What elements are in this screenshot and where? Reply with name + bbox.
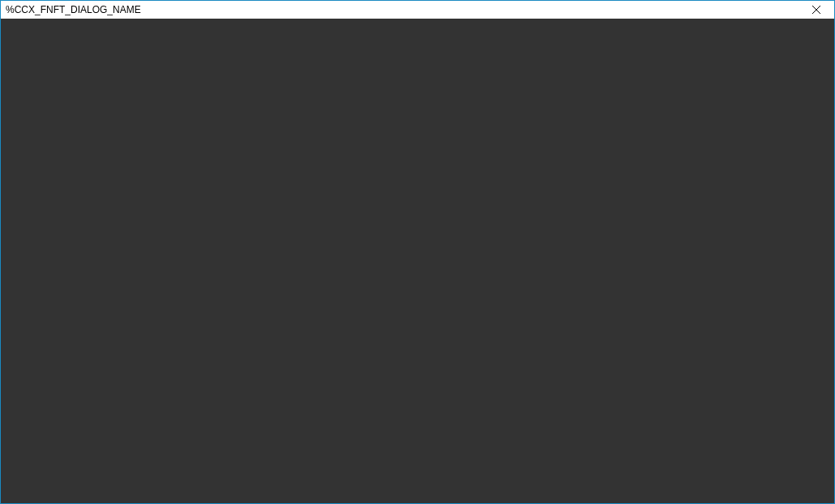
close-button[interactable]: [798, 1, 834, 19]
window-title: %CCX_FNFT_DIALOG_NAME: [6, 1, 141, 19]
titlebar-controls: [798, 1, 834, 19]
close-icon: [812, 6, 820, 14]
content-area: [1, 19, 834, 503]
dialog-window: %CCX_FNFT_DIALOG_NAME: [0, 0, 835, 504]
titlebar[interactable]: %CCX_FNFT_DIALOG_NAME: [1, 1, 834, 19]
